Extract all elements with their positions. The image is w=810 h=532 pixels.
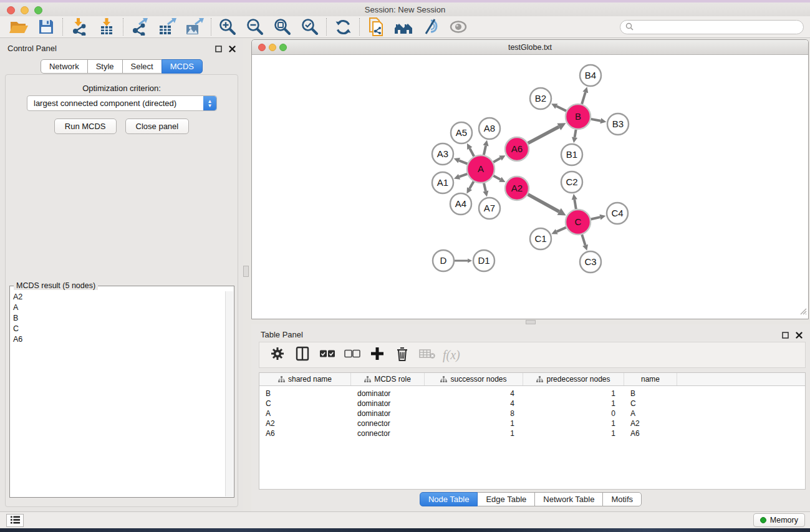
- graph-edge-C-C4[interactable]: [591, 217, 600, 219]
- graph-edge-A-A7[interactable]: [484, 183, 486, 191]
- export-table-button[interactable]: [153, 17, 181, 36]
- tab-edge-table[interactable]: Edge Table: [477, 492, 535, 506]
- close-panel-button[interactable]: Close panel: [125, 118, 190, 134]
- search-input[interactable]: [636, 23, 803, 32]
- resize-grip-icon[interactable]: [799, 306, 807, 317]
- import-table-button[interactable]: [93, 17, 120, 36]
- table-row[interactable]: Bdominator41B: [259, 389, 805, 399]
- open-session-button[interactable]: [5, 17, 32, 36]
- result-item[interactable]: C: [11, 323, 225, 334]
- table-cell[interactable]: dominator: [351, 409, 425, 418]
- home-button[interactable]: [390, 17, 417, 36]
- run-mcds-button[interactable]: Run MCDS: [54, 118, 117, 134]
- table-cell[interactable]: dominator: [351, 389, 425, 398]
- table-cell[interactable]: C: [259, 399, 351, 408]
- table-cell[interactable]: 1: [523, 389, 624, 398]
- delete-column-button[interactable]: [392, 345, 412, 365]
- table-cell[interactable]: 1: [425, 429, 523, 438]
- vertical-splitter-grip[interactable]: [243, 266, 249, 277]
- export-network-button[interactable]: [126, 17, 153, 36]
- mcds-result-list[interactable]: A2ABCA6: [11, 291, 225, 496]
- result-item[interactable]: B: [11, 312, 225, 323]
- function-builder-button[interactable]: f(x): [441, 345, 460, 365]
- float-panel-icon[interactable]: [782, 330, 789, 341]
- zoom-in-button[interactable]: [214, 17, 241, 36]
- node-table[interactable]: shared name MCDS role successor nodes pr…: [259, 372, 806, 490]
- table-row[interactable]: A6connector11A6: [259, 428, 805, 438]
- result-item[interactable]: A2: [11, 291, 225, 302]
- save-session-button[interactable]: [32, 17, 60, 36]
- column-header-name[interactable]: name: [624, 373, 677, 385]
- graph-edge-B-B1[interactable]: [575, 130, 576, 137]
- table-cell[interactable]: connector: [351, 419, 425, 428]
- column-header-predecessor-nodes[interactable]: predecessor nodes: [523, 373, 624, 385]
- graph-edge-A-A4[interactable]: [470, 181, 474, 189]
- result-scrollbar[interactable]: [225, 291, 233, 496]
- search-field[interactable]: [620, 20, 804, 34]
- delete-table-button[interactable]: [417, 345, 437, 365]
- refresh-button[interactable]: [329, 17, 357, 36]
- table-cell[interactable]: B: [624, 389, 677, 398]
- table-cell[interactable]: B: [259, 389, 351, 398]
- import-network-button[interactable]: [65, 17, 93, 36]
- tab-style[interactable]: Style: [87, 59, 123, 74]
- graph-edge-A2-C[interactable]: [528, 195, 559, 212]
- close-panel-icon[interactable]: [796, 330, 803, 341]
- table-cell[interactable]: connector: [351, 429, 425, 438]
- tab-network[interactable]: Network: [41, 59, 88, 74]
- table-cell[interactable]: 1: [523, 399, 624, 408]
- table-cell[interactable]: 4: [425, 399, 523, 408]
- table-body[interactable]: Bdominator41BCdominator41CAdominator80AA…: [259, 386, 805, 438]
- zoom-out-button[interactable]: [241, 17, 269, 36]
- clone-network-button[interactable]: [362, 17, 390, 36]
- criterion-select[interactable]: largest connected component (directed) ▲…: [27, 95, 217, 111]
- table-cell[interactable]: A2: [259, 419, 351, 428]
- result-item[interactable]: A: [11, 302, 225, 312]
- table-row[interactable]: Adominator80A: [259, 409, 805, 418]
- table-row[interactable]: Cdominator41C: [259, 399, 805, 409]
- table-row[interactable]: A2connector11A2: [259, 418, 805, 428]
- show-columns-button[interactable]: [292, 345, 312, 365]
- graph-edge-A-A2[interactable]: [493, 176, 500, 180]
- tab-motifs[interactable]: Motifs: [602, 492, 642, 506]
- graph-edge-B-B3[interactable]: [591, 119, 601, 121]
- graph-edge-A-A8[interactable]: [484, 146, 486, 155]
- column-header-successor-nodes[interactable]: successor nodes: [425, 373, 523, 385]
- table-cell[interactable]: A6: [624, 429, 677, 438]
- column-header-mcds-role[interactable]: MCDS role: [351, 373, 425, 385]
- table-cell[interactable]: 8: [425, 409, 523, 418]
- table-cell[interactable]: 1: [523, 419, 624, 428]
- float-panel-icon[interactable]: [215, 44, 222, 55]
- hide-graphics-details-button[interactable]: [417, 17, 445, 36]
- table-cell[interactable]: A: [259, 409, 351, 418]
- tab-node-table[interactable]: Node Table: [420, 492, 478, 506]
- graph-edge-C-C3[interactable]: [582, 235, 585, 245]
- deselect-all-button[interactable]: [342, 345, 362, 365]
- table-cell[interactable]: C: [624, 399, 677, 408]
- zoom-fit-button[interactable]: [269, 17, 296, 36]
- table-cell[interactable]: 4: [425, 389, 523, 398]
- table-cell[interactable]: 0: [523, 409, 624, 418]
- graph-edge-A6-B[interactable]: [528, 127, 559, 143]
- network-canvas[interactable]: B4B2BB3A5A8A6A3B1AA1C2A2A4A7C4CC1C3DD1: [252, 55, 808, 319]
- horizontal-splitter-grip[interactable]: [526, 320, 536, 324]
- result-item[interactable]: A6: [11, 334, 225, 344]
- close-panel-icon[interactable]: [229, 44, 236, 55]
- column-header-shared-name[interactable]: shared name: [259, 373, 351, 385]
- graph-edge-C-C2[interactable]: [574, 200, 576, 209]
- export-image-button[interactable]: [181, 17, 208, 36]
- graph-edge-A-A5[interactable]: [470, 148, 474, 157]
- table-settings-button[interactable]: [267, 345, 287, 365]
- table-cell[interactable]: A2: [624, 419, 677, 428]
- tab-mcds[interactable]: MCDS: [162, 59, 203, 74]
- graph-edge-A-A6[interactable]: [493, 158, 500, 162]
- zoom-selected-button[interactable]: [296, 17, 324, 36]
- table-cell[interactable]: 1: [425, 419, 523, 428]
- add-column-button[interactable]: [367, 345, 387, 365]
- graph-edge-B-B4[interactable]: [582, 92, 586, 104]
- graph-edge-A-A1[interactable]: [460, 174, 468, 177]
- table-cell[interactable]: A: [624, 409, 677, 418]
- task-history-button[interactable]: [6, 514, 24, 527]
- table-cell[interactable]: A6: [259, 429, 351, 438]
- tab-network-table[interactable]: Network Table: [534, 492, 603, 506]
